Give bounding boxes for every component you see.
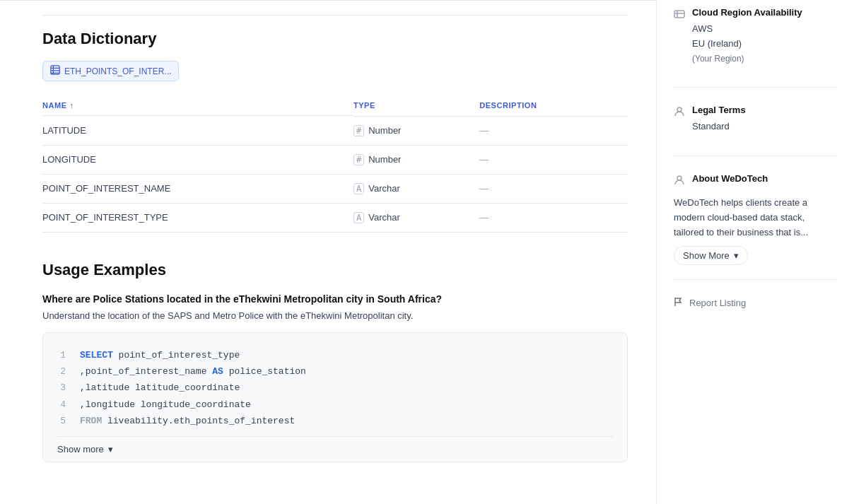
cell-name: POINT_OF_INTEREST_NAME [42,174,353,203]
legal-terms-icon [674,106,685,120]
table-row: POINT_OF_INTEREST_NAME A Varchar — [42,174,628,203]
cell-description: — [479,174,628,203]
table-row: LONGITUDE # Number — [42,145,628,174]
code-line: 1SELECT point_of_interest_type [57,347,613,363]
chevron-down-icon: ▾ [734,250,739,261]
show-more-label: Show more [57,444,104,455]
region-note: (Your Region) [692,54,744,64]
flag-icon [674,297,684,309]
cell-name: LONGITUDE [42,145,353,174]
cloud-region-eu: EU (Ireland) (Your Region) [692,37,802,66]
svg-rect-5 [674,11,684,18]
legal-terms-value: Standard [692,119,746,134]
sidebar: Cloud Region Availability AWS EU (Irelan… [656,0,854,504]
cloud-region-label: Cloud Region Availability [692,7,802,18]
cell-description: — [479,116,628,145]
sort-arrow-icon: ↑ [70,101,74,110]
legal-terms-label: Legal Terms [692,105,746,115]
data-dictionary-section: Data Dictionary ETH_POINTS_OF_INTER... [42,30,628,233]
table-row: LATITUDE # Number — [42,116,628,145]
cell-type: # Number [353,116,479,145]
table-row: POINT_OF_INTEREST_TYPE A Varchar — [42,203,628,232]
usage-examples-section: Usage Examples Where are Police Stations… [42,261,628,463]
data-dictionary-table: NAME ↑ TYPE DESCRIPTION LATITUDE # Numbe… [42,95,628,233]
about-text: WeDoTech helps clients create a modern c… [674,196,837,240]
cloud-region-section: Cloud Region Availability AWS EU (Irelan… [674,7,837,88]
cell-description: — [479,203,628,232]
chevron-down-icon: ▾ [108,444,113,455]
show-more-button[interactable]: Show More ▾ [674,246,748,265]
table-icon [50,65,60,77]
example-description: Understand the location of the SAPS and … [42,310,628,321]
data-dictionary-title: Data Dictionary [42,30,628,48]
legal-terms-section: Legal Terms Standard [674,105,837,156]
code-line: 3 ,latitude latitude_coordinate [57,380,613,396]
col-header-name[interactable]: NAME ↑ [42,95,353,116]
example-question: Where are Police Stations located in the… [42,293,628,305]
report-listing-label: Report Listing [689,298,746,308]
about-label: About WeDoTech [692,173,768,184]
cloud-region-aws: AWS [692,22,802,37]
cell-name: POINT_OF_INTEREST_TYPE [42,203,353,232]
cell-type: # Number [353,145,479,174]
col-header-type: TYPE [353,95,479,116]
code-line: 2 ,point_of_interest_name AS police_stat… [57,363,613,380]
report-listing-button[interactable]: Report Listing [674,297,837,309]
cell-type: A Varchar [353,203,479,232]
cell-name: LATITUDE [42,116,353,145]
show-more-btn-label: Show More [683,250,730,261]
code-line: 4 ,longitude longitude_coordinate [57,397,613,413]
svg-point-9 [677,176,682,180]
about-section: About WeDoTech WeDoTech helps clients cr… [674,173,837,279]
table-tag[interactable]: ETH_POINTS_OF_INTER... [42,61,179,81]
cell-description: — [479,145,628,174]
usage-examples-title: Usage Examples [42,261,628,279]
col-header-description: DESCRIPTION [479,95,628,116]
code-block: 1SELECT point_of_interest_type2 ,point_o… [42,332,628,463]
code-show-more-button[interactable]: Show more ▾ [57,436,613,462]
code-line: 5FROM liveability.eth_points_of_interest [57,413,613,429]
svg-point-8 [677,107,682,112]
cell-type: A Varchar [353,174,479,203]
table-tag-label: ETH_POINTS_OF_INTER... [64,66,171,76]
cloud-region-icon [674,8,685,23]
about-icon [674,175,685,189]
